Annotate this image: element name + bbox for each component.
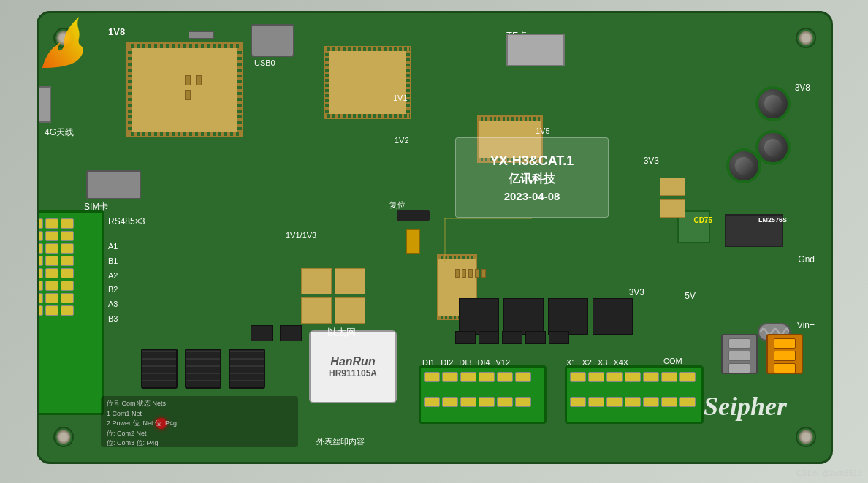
do-terminal-block [565, 365, 704, 424]
label-1v1: 1V1 [393, 94, 408, 102]
info-line-5: 位: Com3 位: P4g [107, 438, 292, 449]
ic-small-1 [660, 178, 685, 196]
mount-hole-tr [796, 28, 816, 48]
trace-2 [444, 218, 532, 219]
v12-label: V12 [496, 358, 511, 367]
eth-ic-row [459, 298, 633, 335]
ic-cpu-chip [324, 46, 411, 119]
eth-ic-3 [548, 298, 588, 335]
smd-1 [185, 75, 191, 85]
csdn-watermark: CSDN @zxm8513 [796, 468, 862, 477]
eth-label: 以太网 [327, 326, 356, 339]
reset-button[interactable] [397, 210, 430, 221]
do-pin-labels: X1 X2 X3 X4X [566, 358, 628, 367]
eth-ic-4 [593, 298, 633, 335]
rs485-pin-labels: A1 B1 A2 B2 A3 B3 [108, 240, 118, 327]
relay-module-2 [185, 349, 221, 389]
trace-1 [444, 218, 446, 262]
connector-top [189, 31, 214, 39]
x1-label: X1 [566, 358, 576, 367]
rs485-terminal-block [37, 210, 104, 415]
info-line-2: 1 Com1 Net [107, 409, 292, 419]
capacitor-1 [755, 86, 791, 121]
label-1v8: 1V8 [108, 26, 125, 37]
rs485-label: RS485×3 [108, 216, 145, 227]
label-1v1v3: 1V1/1V3 [286, 231, 316, 240]
label-3v3-bottom: 3V3 [629, 287, 644, 297]
mount-hole-bl [53, 427, 74, 447]
di2-label: DI2 [441, 358, 453, 367]
x2-label: X2 [582, 358, 591, 367]
di1-label: DI1 [422, 358, 435, 367]
label-1v5: 1V5 [536, 126, 550, 135]
di3-label: DI3 [459, 358, 471, 367]
usb0-connector [251, 24, 294, 57]
capacitor-2 [755, 130, 791, 165]
smd-3 [185, 90, 191, 100]
orange-power-terminal [766, 334, 803, 374]
info-line-3: 2 Power 位: Net 位: P4g [107, 419, 292, 429]
di4-label: DI4 [477, 358, 490, 367]
eth-brand: HanRun [330, 355, 375, 368]
board-info-panel: YX-H3&CAT.1 亿讯科技 2023-04-08 [455, 137, 609, 218]
transistor-2 [280, 325, 302, 341]
antenna-4g-connector [37, 86, 51, 123]
capacitor-3 [726, 148, 761, 183]
inductor-area [298, 265, 371, 324]
board-company: 亿讯科技 [509, 172, 555, 187]
ic-cd75-label: CD75 [693, 216, 712, 224]
sim-card-slot [86, 170, 141, 199]
label-5v: 5V [685, 291, 696, 301]
board-date: 2023-04-08 [504, 190, 560, 202]
smd-2 [196, 75, 202, 85]
main-container: 1V8 USB0 TF卡 [0, 0, 868, 483]
ic-small-2 [660, 199, 685, 218]
label-3v8: 3V8 [795, 83, 810, 93]
label-vin: Vin+ [797, 320, 815, 330]
label-1v2: 1V2 [395, 136, 409, 145]
resistor-row [455, 269, 486, 278]
info-line-1: 位号 Com 状态 Nets [107, 399, 292, 409]
transistor-1 [251, 325, 273, 341]
gray-terminal [721, 334, 758, 374]
eth-label2: 外表丝印内容 [316, 436, 365, 447]
di-terminal-block [419, 365, 547, 424]
eth-ic-2 [503, 298, 544, 335]
antenna-4g-label: 4G天线 [45, 126, 74, 139]
relay-module-1 [141, 349, 178, 389]
logo-flame [39, 13, 97, 72]
info-line-4: 位: Com2 Net [107, 429, 292, 439]
smd-component [406, 229, 420, 254]
ic-lm2576s-label: LM2576S [758, 216, 787, 224]
ethernet-connector: HanRun HR911105A [309, 330, 397, 403]
com-label: COM [663, 357, 682, 365]
eth-ic-1 [459, 298, 499, 335]
di-pin-labels: DI1 DI2 DI3 DI4 V12 [422, 358, 510, 367]
info-box: 位号 Com 状态 Nets 1 Com1 Net 2 Power 位: Net… [101, 396, 298, 447]
relay-module-3 [229, 349, 265, 389]
seipher-logo: Seipher [704, 391, 787, 422]
tf-card-slot [506, 34, 565, 66]
board-title: YX-H3&CAT.1 [490, 153, 574, 169]
dido-chips [455, 331, 569, 344]
mount-hole-br [796, 427, 816, 447]
reset-label: 复位 [389, 199, 406, 210]
x3-label: X3 [598, 358, 607, 367]
label-3v3-right: 3V3 [644, 156, 659, 166]
pcb-board: 1V8 USB0 TF卡 [37, 11, 833, 464]
label-gnd: Gnd [798, 254, 815, 265]
eth-model: HR911105A [329, 368, 377, 379]
usb0-label: USB0 [254, 58, 275, 67]
x4x-label: X4X [613, 358, 628, 367]
